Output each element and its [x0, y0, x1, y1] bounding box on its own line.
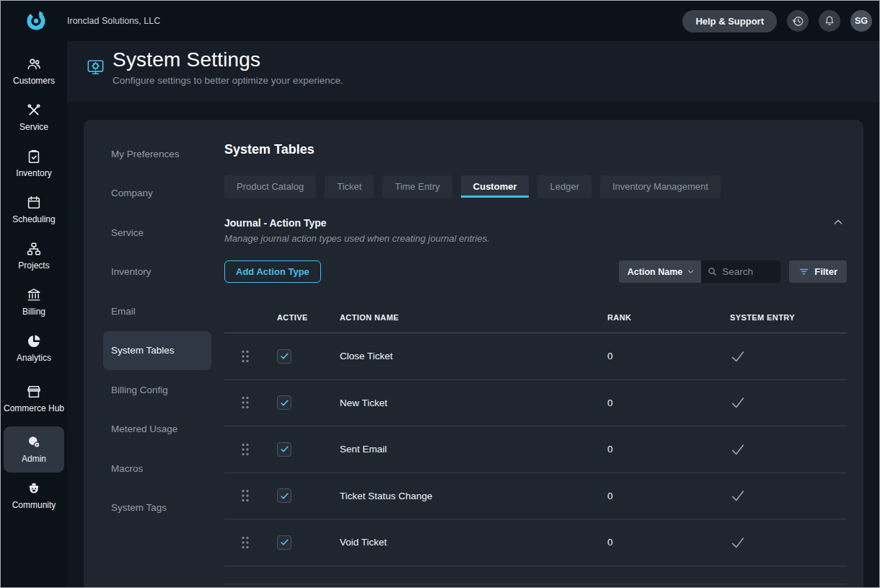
settings-nav-company[interactable]: Company: [103, 174, 211, 214]
action-name-cell: New Ticket: [328, 398, 586, 408]
sidebar-item-service[interactable]: Service: [1, 95, 67, 141]
chevron-up-icon[interactable]: [831, 216, 845, 230]
settings-nav-my-preferences[interactable]: My Preferences: [103, 134, 211, 174]
table-row: Sent Email 0: [224, 426, 847, 473]
drag-handle-icon[interactable]: [240, 488, 250, 503]
sidebar-item-label: Projects: [18, 260, 49, 271]
app-window: Ironclad Solutions, LLC Help & Support S…: [0, 0, 880, 588]
search-box: [701, 260, 780, 283]
filter-button[interactable]: Filter: [789, 260, 847, 283]
drag-handle-icon[interactable]: [240, 395, 250, 410]
sidebar-item-admin[interactable]: Admin: [4, 426, 64, 473]
action-name-cell: Void Ticket: [328, 537, 586, 548]
settings-nav: My Preferences Company Service Inventory…: [103, 134, 211, 527]
check-icon: [280, 444, 289, 454]
commerce-hub-storefront-icon: [26, 384, 42, 400]
active-checkbox[interactable]: [277, 349, 291, 364]
action-name-cell: Ticket Status Change: [328, 491, 586, 501]
table-tabs: Product Catalog Ticket Time Entry Custom…: [224, 175, 847, 198]
sidebar-item-customers[interactable]: Customers: [1, 48, 67, 95]
sidebar-item-label: Scheduling: [12, 214, 55, 225]
topbar: Ironclad Solutions, LLC Help & Support S…: [1, 1, 879, 41]
check-icon: [280, 398, 289, 408]
system-entry-check-icon: [730, 488, 746, 504]
history-icon[interactable]: [787, 10, 809, 32]
check-icon: [280, 491, 289, 501]
admin-icon: [26, 434, 42, 450]
notifications-bell-icon[interactable]: [819, 10, 840, 32]
search-icon: [707, 266, 718, 277]
check-icon: [280, 351, 289, 361]
topbar-actions: Help & Support SG: [682, 10, 872, 32]
search-input[interactable]: [722, 266, 775, 277]
section-description: Manage journal action types used when cr…: [224, 233, 847, 244]
active-checkbox[interactable]: [277, 488, 291, 503]
tab-ledger[interactable]: Ledger: [537, 175, 591, 198]
table-toolbar: Add Action Type Action Name: [224, 260, 847, 283]
sidebar-item-scheduling[interactable]: Scheduling: [1, 187, 67, 233]
table-row: Ticket Status Change 0: [224, 473, 847, 520]
add-action-type-button[interactable]: Add Action Type: [224, 260, 321, 283]
sidebar-item-projects[interactable]: Projects: [1, 233, 67, 279]
table-row: Void Ticket 0: [224, 519, 847, 566]
column-header-system-entry: SYSTEM ENTRY: [709, 313, 847, 322]
user-avatar[interactable]: SG: [850, 10, 872, 32]
sidebar-item-commerce-hub[interactable]: Commerce Hub: [1, 372, 67, 426]
system-settings-icon: [86, 58, 105, 77]
sidebar-item-inventory[interactable]: Inventory: [1, 141, 67, 187]
customers-icon: [26, 56, 42, 72]
action-type-table: ACTIVE ACTION NAME RANK SYSTEM ENTRY: [224, 302, 847, 566]
analytics-pie-icon: [26, 333, 42, 349]
page-title: System Settings: [113, 48, 343, 71]
filter-button-label: Filter: [814, 266, 837, 277]
settings-nav-inventory[interactable]: Inventory: [103, 253, 211, 292]
settings-nav-service[interactable]: Service: [103, 213, 211, 253]
section-title: Journal - Action Type: [224, 217, 847, 229]
content-title: System Tables: [224, 142, 847, 157]
rank-cell: 0: [586, 491, 709, 501]
tab-inventory-management[interactable]: Inventory Management: [600, 175, 721, 198]
drag-handle-icon[interactable]: [240, 349, 250, 364]
settings-nav-metered-usage[interactable]: Metered Usage: [103, 410, 211, 449]
drag-handle-icon[interactable]: [240, 535, 250, 550]
drag-handle-icon[interactable]: [240, 442, 250, 457]
settings-nav-macros[interactable]: Macros: [103, 449, 211, 488]
section-header: Journal - Action Type Manage journal act…: [224, 217, 847, 244]
page-header: System Settings Configure settings to be…: [67, 41, 879, 102]
search-field-dropdown-label: Action Name: [628, 267, 682, 277]
active-checkbox[interactable]: [277, 442, 291, 457]
rank-cell: 0: [586, 351, 709, 361]
help-support-button[interactable]: Help & Support: [682, 10, 777, 32]
settings-nav-email[interactable]: Email: [103, 291, 211, 331]
service-tools-icon: [26, 102, 42, 118]
settings-nav-system-tables[interactable]: System Tables: [103, 331, 211, 371]
company-name: Ironclad Solutions, LLC: [67, 16, 160, 26]
sidebar-item-label: Analytics: [17, 353, 51, 364]
active-checkbox[interactable]: [277, 395, 291, 410]
sidebar-item-billing[interactable]: Billing: [1, 279, 67, 325]
settings-nav-billing-config[interactable]: Billing Config: [103, 370, 211, 410]
sidebar-item-community[interactable]: Community: [1, 473, 67, 519]
system-entry-check-icon: [730, 348, 746, 364]
table-bottom-divider: [224, 584, 847, 584]
projects-sitemap-icon: [26, 241, 42, 257]
tab-ticket[interactable]: Ticket: [325, 175, 374, 198]
main-area: My Preferences Company Service Inventory…: [67, 102, 879, 587]
billing-bank-icon: [26, 287, 42, 303]
settings-nav-system-tags[interactable]: System Tags: [103, 488, 211, 528]
tab-customer[interactable]: Customer: [461, 175, 529, 198]
sidebar-item-label: Billing: [22, 307, 45, 317]
tab-time-entry[interactable]: Time Entry: [382, 175, 452, 198]
sidebar-item-analytics[interactable]: Analytics: [1, 325, 67, 372]
main-sidebar: Customers Service Inventory: [1, 41, 67, 587]
search-field-dropdown[interactable]: Action Name: [619, 260, 701, 283]
column-header-rank: RANK: [586, 313, 709, 322]
rank-cell: 0: [586, 444, 709, 455]
app-logo-icon[interactable]: [25, 10, 47, 32]
sidebar-item-label: Inventory: [16, 168, 51, 179]
active-checkbox[interactable]: [277, 535, 291, 550]
action-name-cell: Close Ticket: [328, 351, 586, 361]
table-header-row: ACTIVE ACTION NAME RANK SYSTEM ENTRY: [224, 302, 847, 333]
chevron-down-icon: [686, 267, 695, 276]
tab-product-catalog[interactable]: Product Catalog: [224, 175, 316, 198]
